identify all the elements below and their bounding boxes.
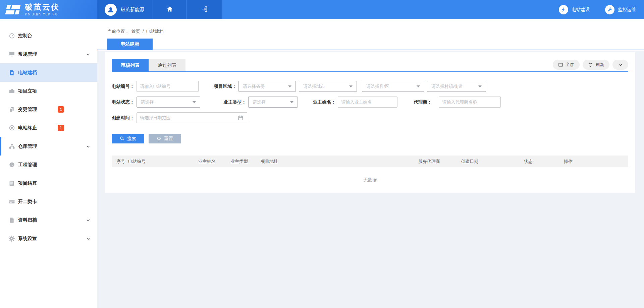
sidebar-item-label: 工程管理 xyxy=(18,162,58,168)
pie-chart-icon xyxy=(8,161,15,169)
breadcrumb: 当前位置： 首页 / 电站建档 xyxy=(97,19,644,35)
sitemap-icon xyxy=(8,143,15,150)
panel-tabs-row: 审核列表 通过列表 全屏 xyxy=(112,59,628,72)
brand-logo: 破茧云伏 Po Jian Yun Fu xyxy=(0,0,97,19)
sidebar-item-label: 仓库管理 xyxy=(18,143,58,149)
caret-down-icon xyxy=(288,85,291,87)
reset-button[interactable]: 重置 xyxy=(149,134,181,143)
col-project-address: 项目地址 xyxy=(261,159,418,165)
filter-owner-type: 业主类型： 请选择 xyxy=(224,97,298,108)
station-no-label: 电站编号： xyxy=(112,83,135,89)
date-range-picker[interactable]: 请选择日期范围 xyxy=(137,112,247,123)
filter-row-1: 电站编号： 项目区域： 请选择省份 请选择城市 xyxy=(112,81,628,92)
sidebar-item-change-management[interactable]: 变更管理 1 xyxy=(0,100,97,119)
sidebar-item-label: 电站终止 xyxy=(18,125,58,131)
gear-icon xyxy=(8,235,15,242)
owner-name-input[interactable] xyxy=(338,97,397,108)
col-index: 序号 xyxy=(116,159,128,165)
filter-row-2: 电站状态： 请选择 业主类型： 请选择 xyxy=(112,97,628,108)
logout-button[interactable] xyxy=(186,0,222,19)
date-range-placeholder: 请选择日期范围 xyxy=(140,115,171,121)
results-table: 序号 电站编号 业主姓名 业主类型 项目地址 服务代理商 创建日期 状态 操作 … xyxy=(112,156,628,193)
module-monitor-ops[interactable]: 监控运维 xyxy=(605,5,636,14)
chevron-down-icon xyxy=(618,62,623,67)
copy-icon xyxy=(8,106,15,113)
chevron-down-icon xyxy=(86,52,91,57)
station-status-label: 电站状态： xyxy=(112,99,135,105)
sidebar-item-console[interactable]: 控制台 xyxy=(0,26,97,45)
module-station-build[interactable]: 电站建设 xyxy=(559,5,590,14)
town-select[interactable]: 请选择村镇/街道 xyxy=(427,81,486,92)
station-status-select[interactable]: 请选择 xyxy=(137,97,200,108)
province-placeholder: 请选择省份 xyxy=(243,83,265,89)
chevron-down-icon xyxy=(86,236,91,241)
station-no-input[interactable] xyxy=(137,81,199,92)
dashboard-icon xyxy=(8,32,15,40)
home-icon xyxy=(166,6,173,14)
sidebar-item-label: 电站建档 xyxy=(18,70,58,76)
table-header-row: 序号 电站编号 业主姓名 业主类型 项目地址 服务代理商 创建日期 状态 操作 xyxy=(112,156,628,167)
col-created-date: 创建日期 xyxy=(461,159,524,165)
archive-doc-icon xyxy=(8,217,15,224)
calculator-icon xyxy=(8,180,15,187)
fullscreen-button[interactable]: 全屏 xyxy=(553,60,580,70)
province-select[interactable]: 请选择省份 xyxy=(238,81,296,92)
sidebar-item-label: 系统设置 xyxy=(18,236,58,242)
city-placeholder: 请选择城市 xyxy=(303,83,325,89)
breadcrumb-strip: 当前位置： 首页 / 电站建档 电站建档 xyxy=(97,19,644,50)
page-tab-station-filing[interactable]: 电站建档 xyxy=(107,39,153,50)
caret-down-icon xyxy=(349,85,353,87)
filter-region: 项目区域： 请选择省份 请选择城市 请选择县/区 xyxy=(214,81,486,92)
sidebar-item-label: 控制台 xyxy=(18,33,58,39)
tab-passed-list[interactable]: 通过列表 xyxy=(149,59,185,71)
filter-form: 电站编号： 项目区域： 请选择省份 请选择城市 xyxy=(112,72,628,123)
filter-row-3: 创建时间： 请选择日期范围 xyxy=(112,112,628,123)
avatar xyxy=(105,4,117,16)
sidebar-item-project-initiation[interactable]: 项目立项 xyxy=(0,82,97,100)
agent-input[interactable] xyxy=(439,97,501,108)
tab-review-list[interactable]: 审核列表 xyxy=(112,59,149,71)
brand-title: 破茧云伏 xyxy=(25,3,60,11)
collapse-toggle-button[interactable] xyxy=(612,60,628,70)
sidebar-item-general-management[interactable]: 常规管理 xyxy=(0,45,97,63)
region-label: 项目区域： xyxy=(214,83,237,89)
sidebar-item-project-settlement[interactable]: 项目结算 xyxy=(0,174,97,192)
owner-type-placeholder: 请选择 xyxy=(253,99,266,105)
sidebar: 控制台 常规管理 电站建档 xyxy=(0,19,97,308)
user-menu[interactable]: 破茧新能源 xyxy=(97,0,153,19)
owner-type-select[interactable]: 请选择 xyxy=(248,97,298,108)
sidebar-item-warehouse-management[interactable]: 仓库管理 xyxy=(0,137,97,156)
filter-station-no: 电站编号： xyxy=(112,81,199,92)
sidebar-item-data-archive[interactable]: 资料归档 xyxy=(0,211,97,229)
city-select[interactable]: 请选择城市 xyxy=(299,81,357,92)
breadcrumb-home[interactable]: 首页 xyxy=(131,28,140,35)
col-actions: 操作 xyxy=(564,159,628,165)
created-time-label: 创建时间： xyxy=(112,115,135,121)
station-status-placeholder: 请选择 xyxy=(141,99,154,105)
col-station-no: 电站编号 xyxy=(128,159,198,165)
sidebar-item-system-settings[interactable]: 系统设置 xyxy=(0,229,97,248)
county-select[interactable]: 请选择县/区 xyxy=(362,81,424,92)
sidebar-item-engineering-management[interactable]: 工程管理 xyxy=(0,156,97,174)
brand-text: 破茧云伏 Po Jian Yun Fu xyxy=(25,3,60,16)
calendar-icon xyxy=(238,115,244,121)
col-status: 状态 xyxy=(524,159,564,165)
notification-badge: 1 xyxy=(58,106,64,113)
module-label: 监控运维 xyxy=(618,7,636,13)
search-button[interactable]: 搜索 xyxy=(112,134,144,143)
refresh-button[interactable]: 刷新 xyxy=(583,60,609,70)
home-button[interactable] xyxy=(153,0,186,19)
sidebar-item-station-termination[interactable]: 电站终止 1 xyxy=(0,119,97,137)
station-filing-panel: 审核列表 通过列表 全屏 xyxy=(105,52,635,193)
monitor-icon xyxy=(8,51,15,58)
chevron-down-icon xyxy=(86,218,91,223)
fullscreen-icon xyxy=(558,62,563,67)
county-placeholder: 请选择县/区 xyxy=(366,83,389,89)
sidebar-item-type2-card[interactable]: 开二类卡 xyxy=(0,192,97,211)
search-icon xyxy=(120,136,124,142)
circle-dot-icon xyxy=(8,124,15,132)
company-name: 破茧新能源 xyxy=(121,7,144,13)
sidebar-item-station-filing[interactable]: 电站建档 xyxy=(0,63,97,82)
sidebar-item-label: 资料归档 xyxy=(18,217,58,223)
filter-actions: 搜索 重置 xyxy=(112,134,628,143)
